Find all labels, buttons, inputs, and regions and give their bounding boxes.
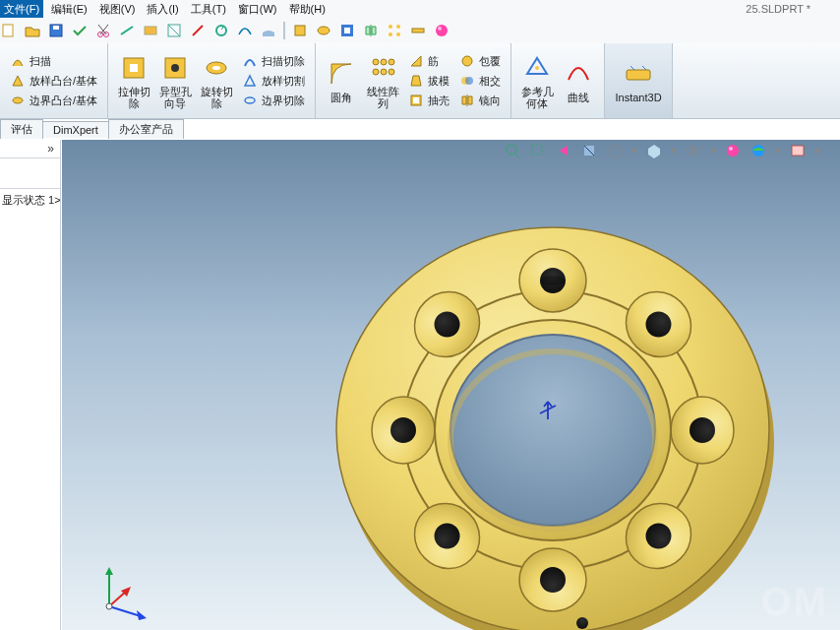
draft-icon [408, 73, 424, 89]
svg-point-28 [381, 59, 387, 65]
extrude-cut-button[interactable]: 拉伸切 除 [114, 52, 153, 109]
ribbon: 扫描 放样凸台/基体 边界凸台/基体 拉伸切 除 异型孔 向导 旋转切 除 扫描… [0, 43, 840, 119]
section-icon[interactable] [165, 22, 183, 39]
zoom-area-icon[interactable] [529, 142, 547, 159]
svg-point-79 [106, 603, 112, 609]
previous-view-icon[interactable] [555, 142, 572, 159]
svg-rect-16 [412, 29, 424, 32]
appearance-small-icon[interactable] [433, 22, 450, 39]
new-icon[interactable] [0, 22, 18, 39]
fillet-button[interactable]: 圆角 [322, 58, 361, 103]
panel-collapse[interactable]: » [0, 140, 60, 158]
scene-icon[interactable] [750, 142, 767, 159]
svg-rect-41 [532, 145, 542, 155]
sweep-item[interactable]: 扫描 [10, 52, 97, 70]
loft-cut-icon [242, 73, 258, 89]
view-settings-icon[interactable] [789, 142, 807, 159]
shell-item[interactable]: 抽壳 [408, 92, 450, 109]
cut-icon[interactable] [94, 22, 112, 39]
hole-wizard-button[interactable]: 异型孔 向导 [155, 52, 195, 109]
svg-rect-11 [344, 28, 350, 33]
svg-point-13 [396, 25, 400, 29]
svg-point-23 [171, 64, 179, 72]
menu-edit[interactable]: 编辑(E) [47, 0, 91, 18]
tab-evaluate[interactable]: 评估 [0, 119, 43, 139]
ribbon-list-body-a: 筋 拔模 抽壳 [404, 52, 453, 109]
dimension-icon[interactable] [118, 22, 136, 39]
ref-geometry-button[interactable]: 参考几 何体 [517, 52, 557, 109]
loft-item[interactable]: 放样凸台/基体 [10, 72, 97, 90]
graphics-viewport[interactable]: ▾ ▾ ▾ ▾ ▾ [62, 140, 840, 630]
draft-item[interactable]: 拔模 [408, 72, 450, 90]
menu-view[interactable]: 视图(V) [95, 0, 140, 18]
ribbon-list-cut: 扫描切除 放样切割 边界切除 [238, 52, 309, 109]
ribbon-list-body-b: 包覆 相交 镜向 [455, 52, 505, 109]
revolve-cut-button[interactable]: 旋转切 除 [197, 52, 236, 109]
menu-help[interactable]: 帮助(H) [285, 0, 330, 18]
plane-icon[interactable] [142, 22, 159, 39]
menu-insert[interactable]: 插入(I) [143, 0, 182, 18]
boundary-cut-icon [242, 93, 258, 108]
boundary-cut-item[interactable]: 边界切除 [242, 92, 305, 109]
revolve-cut-icon [201, 52, 232, 84]
svg-point-38 [535, 66, 539, 70]
display-style-icon[interactable] [645, 142, 663, 159]
rib-item[interactable]: 筋 [408, 52, 450, 70]
intersect-item[interactable]: 相交 [459, 72, 501, 90]
svg-point-37 [465, 77, 473, 85]
measure-icon[interactable] [409, 22, 427, 39]
check-icon[interactable] [71, 22, 89, 39]
tab-office[interactable]: 办公室产品 [108, 119, 184, 139]
open-icon[interactable] [24, 22, 41, 39]
zoom-fit-icon[interactable] [504, 142, 521, 159]
loft-icon [10, 73, 26, 89]
boundary-item[interactable]: 边界凸台/基体 [10, 92, 97, 109]
svg-rect-8 [295, 26, 305, 35]
shell-icon[interactable] [338, 22, 356, 39]
wrap-icon [459, 53, 475, 69]
svg-rect-21 [130, 64, 138, 72]
revolve-icon[interactable] [315, 22, 332, 39]
linear-pattern-button[interactable]: 线性阵 列 [363, 52, 402, 109]
surface-icon[interactable] [260, 22, 277, 39]
svg-point-18 [438, 27, 442, 31]
boundary-icon [10, 93, 26, 108]
wrap-item[interactable]: 包覆 [459, 52, 501, 70]
appearance-icon[interactable] [724, 142, 742, 159]
chevron-right-icon: » [47, 142, 54, 156]
hole-wizard-icon [159, 52, 191, 84]
swept-cut-item[interactable]: 扫描切除 [242, 52, 305, 70]
curves-button[interactable]: 曲线 [559, 58, 598, 103]
menu-tools[interactable]: 工具(T) [187, 0, 230, 18]
menu-file[interactable]: 文件(F) [0, 0, 43, 18]
instant3d-button[interactable]: Instant3D [611, 58, 666, 103]
view-orientation-icon[interactable] [606, 142, 624, 159]
svg-point-25 [212, 66, 220, 70]
shell-small-icon [408, 93, 424, 108]
menu-window[interactable]: 窗口(W) [234, 0, 281, 18]
display-state-item[interactable]: 显示状态 1> [0, 189, 60, 212]
origin-marker [534, 394, 562, 424]
svg-point-14 [389, 32, 392, 36]
save-icon[interactable] [47, 22, 65, 39]
svg-point-40 [507, 145, 516, 155]
rib-icon [408, 53, 424, 69]
hide-show-icon[interactable] [685, 142, 702, 159]
tab-dimxpert[interactable]: DimXpert [42, 121, 109, 138]
curve-icon[interactable] [236, 22, 254, 39]
pattern-small-icon[interactable] [386, 22, 403, 39]
svg-rect-0 [3, 25, 13, 36]
curves-icon [563, 58, 594, 90]
intersect-icon [459, 73, 475, 89]
mirror-small-icon[interactable] [362, 22, 380, 39]
menu-bar: 文件(F) 编辑(E) 视图(V) 插入(I) 工具(T) 窗口(W) 帮助(H… [0, 0, 330, 18]
svg-point-31 [381, 69, 387, 75]
mirror-item[interactable]: 镜向 [459, 92, 501, 109]
extrude-icon[interactable] [291, 22, 309, 39]
loft-cut-item[interactable]: 放样切割 [242, 72, 305, 90]
view-triad[interactable] [91, 555, 160, 624]
sketch-icon[interactable] [189, 22, 207, 39]
rebuild-icon[interactable] [212, 22, 230, 39]
section-view-icon[interactable] [580, 142, 598, 159]
watermark: OM [761, 580, 828, 624]
